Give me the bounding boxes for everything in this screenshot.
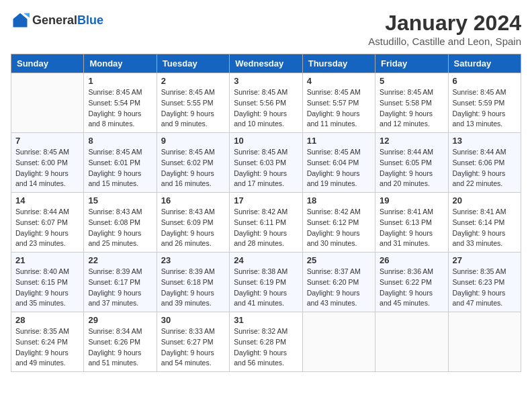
- calendar-day-cell: 8Sunrise: 8:45 AMSunset: 6:01 PMDaylight…: [84, 133, 157, 193]
- day-info: Sunrise: 8:44 AMSunset: 6:05 PMDaylight:…: [380, 147, 443, 189]
- day-info: Sunrise: 8:44 AMSunset: 6:07 PMDaylight:…: [15, 207, 79, 249]
- day-info: Sunrise: 8:45 AMSunset: 6:03 PMDaylight:…: [234, 147, 298, 189]
- day-number: 26: [380, 255, 443, 265]
- day-info: Sunrise: 8:45 AMSunset: 5:58 PMDaylight:…: [380, 87, 443, 130]
- weekday-header-tuesday: Tuesday: [157, 54, 229, 73]
- calendar-day-cell: 26Sunrise: 8:36 AMSunset: 6:22 PMDayligh…: [375, 253, 448, 312]
- day-number: 15: [88, 195, 152, 205]
- calendar-day-cell: [448, 312, 521, 372]
- day-number: 31: [234, 315, 298, 325]
- day-number: 20: [453, 195, 517, 205]
- logo-blue-text: Blue: [77, 13, 103, 27]
- logo: GeneralBlue: [11, 11, 103, 30]
- day-info: Sunrise: 8:33 AMSunset: 6:27 PMDaylight:…: [161, 326, 225, 369]
- month-title: January 2024: [368, 11, 521, 36]
- calendar-week-row: 1Sunrise: 8:45 AMSunset: 5:54 PMDaylight…: [11, 73, 521, 133]
- day-number: 27: [453, 255, 517, 265]
- title-section: January 2024 Astudillo, Castille and Leo…: [368, 11, 521, 47]
- day-number: 22: [88, 255, 152, 265]
- calendar-week-row: 21Sunrise: 8:40 AMSunset: 6:15 PMDayligh…: [11, 253, 521, 312]
- day-info: Sunrise: 8:45 AMSunset: 6:00 PMDaylight:…: [15, 147, 79, 189]
- calendar-day-cell: 28Sunrise: 8:35 AMSunset: 6:24 PMDayligh…: [11, 312, 84, 372]
- calendar-week-row: 28Sunrise: 8:35 AMSunset: 6:24 PMDayligh…: [11, 312, 521, 372]
- day-number: 24: [234, 255, 298, 265]
- weekday-header-wednesday: Wednesday: [230, 54, 302, 73]
- day-number: 11: [307, 136, 371, 146]
- day-info: Sunrise: 8:41 AMSunset: 6:13 PMDaylight:…: [380, 207, 443, 249]
- day-info: Sunrise: 8:45 AMSunset: 6:01 PMDaylight:…: [88, 147, 152, 189]
- day-info: Sunrise: 8:32 AMSunset: 6:28 PMDaylight:…: [234, 326, 298, 369]
- day-info: Sunrise: 8:45 AMSunset: 5:59 PMDaylight:…: [453, 87, 517, 130]
- calendar-week-row: 14Sunrise: 8:44 AMSunset: 6:07 PMDayligh…: [11, 193, 521, 253]
- day-info: Sunrise: 8:35 AMSunset: 6:23 PMDaylight:…: [453, 267, 517, 309]
- calendar-day-cell: 14Sunrise: 8:44 AMSunset: 6:07 PMDayligh…: [11, 193, 84, 253]
- calendar-header-row: SundayMondayTuesdayWednesdayThursdayFrid…: [11, 54, 521, 73]
- location-subtitle: Astudillo, Castille and Leon, Spain: [368, 36, 521, 47]
- calendar-day-cell: 18Sunrise: 8:42 AMSunset: 6:12 PMDayligh…: [302, 193, 375, 253]
- calendar-day-cell: 6Sunrise: 8:45 AMSunset: 5:59 PMDaylight…: [448, 73, 521, 133]
- calendar-day-cell: 30Sunrise: 8:33 AMSunset: 6:27 PMDayligh…: [157, 312, 229, 372]
- calendar-day-cell: 13Sunrise: 8:44 AMSunset: 6:06 PMDayligh…: [448, 133, 521, 193]
- weekday-header-thursday: Thursday: [302, 54, 375, 73]
- day-info: Sunrise: 8:43 AMSunset: 6:09 PMDaylight:…: [161, 207, 225, 249]
- day-number: 13: [453, 136, 517, 146]
- day-info: Sunrise: 8:34 AMSunset: 6:26 PMDaylight:…: [88, 326, 152, 369]
- svg-marker-0: [13, 13, 28, 28]
- day-number: 16: [161, 195, 225, 205]
- calendar-day-cell: 17Sunrise: 8:42 AMSunset: 6:11 PMDayligh…: [230, 193, 302, 253]
- calendar-day-cell: 21Sunrise: 8:40 AMSunset: 6:15 PMDayligh…: [11, 253, 84, 312]
- calendar-day-cell: 11Sunrise: 8:45 AMSunset: 6:04 PMDayligh…: [302, 133, 375, 193]
- day-number: 17: [234, 195, 298, 205]
- day-info: Sunrise: 8:43 AMSunset: 6:08 PMDaylight:…: [88, 207, 152, 249]
- day-number: 7: [15, 136, 79, 146]
- day-number: 12: [380, 136, 443, 146]
- day-number: 5: [380, 76, 443, 86]
- day-number: 21: [15, 255, 79, 265]
- day-info: Sunrise: 8:42 AMSunset: 6:12 PMDaylight:…: [307, 207, 371, 249]
- day-number: 19: [380, 195, 443, 205]
- weekday-header-friday: Friday: [375, 54, 448, 73]
- calendar-day-cell: 23Sunrise: 8:39 AMSunset: 6:18 PMDayligh…: [157, 253, 229, 312]
- day-number: 18: [307, 195, 371, 205]
- calendar-day-cell: 2Sunrise: 8:45 AMSunset: 5:55 PMDaylight…: [157, 73, 229, 133]
- calendar-day-cell: [302, 312, 375, 372]
- weekday-header-monday: Monday: [84, 54, 157, 73]
- day-number: 28: [15, 315, 79, 325]
- day-info: Sunrise: 8:45 AMSunset: 6:02 PMDaylight:…: [161, 147, 225, 189]
- day-info: Sunrise: 8:42 AMSunset: 6:11 PMDaylight:…: [234, 207, 298, 249]
- day-number: 1: [88, 76, 152, 86]
- day-number: 25: [307, 255, 371, 265]
- day-info: Sunrise: 8:36 AMSunset: 6:22 PMDaylight:…: [380, 267, 443, 309]
- day-info: Sunrise: 8:45 AMSunset: 5:56 PMDaylight:…: [234, 87, 298, 130]
- day-info: Sunrise: 8:44 AMSunset: 6:06 PMDaylight:…: [453, 147, 517, 189]
- calendar-day-cell: 5Sunrise: 8:45 AMSunset: 5:58 PMDaylight…: [375, 73, 448, 133]
- day-info: Sunrise: 8:37 AMSunset: 6:20 PMDaylight:…: [307, 267, 371, 309]
- calendar-day-cell: 15Sunrise: 8:43 AMSunset: 6:08 PMDayligh…: [84, 193, 157, 253]
- day-number: 3: [234, 76, 298, 86]
- calendar-day-cell: 4Sunrise: 8:45 AMSunset: 5:57 PMDaylight…: [302, 73, 375, 133]
- calendar-day-cell: 16Sunrise: 8:43 AMSunset: 6:09 PMDayligh…: [157, 193, 229, 253]
- day-info: Sunrise: 8:45 AMSunset: 6:04 PMDaylight:…: [307, 147, 371, 189]
- day-info: Sunrise: 8:45 AMSunset: 5:55 PMDaylight:…: [161, 87, 225, 130]
- calendar-day-cell: [375, 312, 448, 372]
- calendar-day-cell: 29Sunrise: 8:34 AMSunset: 6:26 PMDayligh…: [84, 312, 157, 372]
- calendar-day-cell: [11, 73, 84, 133]
- calendar-day-cell: 31Sunrise: 8:32 AMSunset: 6:28 PMDayligh…: [230, 312, 302, 372]
- day-info: Sunrise: 8:38 AMSunset: 6:19 PMDaylight:…: [234, 267, 298, 309]
- weekday-header-sunday: Sunday: [11, 54, 84, 73]
- day-number: 30: [161, 315, 225, 325]
- day-info: Sunrise: 8:35 AMSunset: 6:24 PMDaylight:…: [15, 326, 79, 369]
- calendar-day-cell: 19Sunrise: 8:41 AMSunset: 6:13 PMDayligh…: [375, 193, 448, 253]
- day-number: 23: [161, 255, 225, 265]
- day-info: Sunrise: 8:39 AMSunset: 6:18 PMDaylight:…: [161, 267, 225, 309]
- calendar-day-cell: 22Sunrise: 8:39 AMSunset: 6:17 PMDayligh…: [84, 253, 157, 312]
- calendar-day-cell: 20Sunrise: 8:41 AMSunset: 6:14 PMDayligh…: [448, 193, 521, 253]
- calendar-day-cell: 9Sunrise: 8:45 AMSunset: 6:02 PMDaylight…: [157, 133, 229, 193]
- day-number: 4: [307, 76, 371, 86]
- calendar-day-cell: 10Sunrise: 8:45 AMSunset: 6:03 PMDayligh…: [230, 133, 302, 193]
- day-info: Sunrise: 8:45 AMSunset: 5:54 PMDaylight:…: [88, 87, 152, 130]
- calendar-day-cell: 7Sunrise: 8:45 AMSunset: 6:00 PMDaylight…: [11, 133, 84, 193]
- day-number: 14: [15, 195, 79, 205]
- day-info: Sunrise: 8:40 AMSunset: 6:15 PMDaylight:…: [15, 267, 79, 309]
- calendar-day-cell: 12Sunrise: 8:44 AMSunset: 6:05 PMDayligh…: [375, 133, 448, 193]
